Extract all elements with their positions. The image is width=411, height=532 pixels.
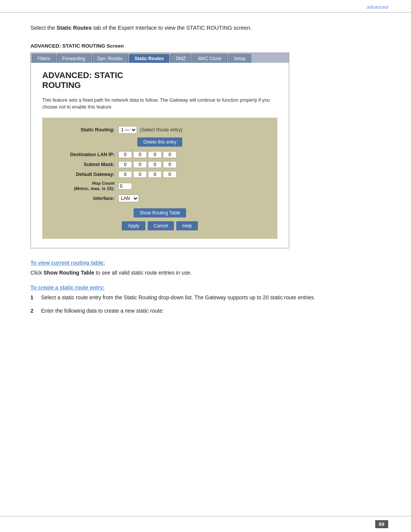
subnet-octet2[interactable] <box>133 161 147 168</box>
static-routing-row: Static Routing: 1 — (Select Route entry) <box>54 126 266 134</box>
tab-static-routes[interactable]: Static Routes <box>129 54 170 63</box>
dest-ip-octet4[interactable] <box>163 151 177 158</box>
tab-setup[interactable]: Setup <box>228 54 251 63</box>
list-text-1: Select a static route entry from the Sta… <box>41 294 315 302</box>
section1-para: Click Show Routing Table to see all vali… <box>30 269 381 277</box>
list-item-2: 2 Enter the following data to create a n… <box>30 307 381 315</box>
default-gateway-row: Default Gateway: <box>54 171 266 178</box>
route-select[interactable]: 1 — <box>118 126 137 134</box>
tab-dmz[interactable]: DMZ <box>170 54 191 63</box>
page-container: advanced Select the Static Routes tab of… <box>0 0 411 532</box>
help-button[interactable]: Help <box>176 221 198 230</box>
section1-after: to see all valid static route entries in… <box>94 270 192 276</box>
interface-row: interface: LAN WAN <box>54 195 266 202</box>
section1-before: Click <box>30 270 43 276</box>
select-route-hint: (Select Route entry) <box>140 127 182 133</box>
hop-count-input[interactable] <box>118 183 132 190</box>
tab-mac-clone[interactable]: MAC Clone <box>192 54 227 63</box>
show-routing-table-button[interactable]: Show Routing Table <box>134 208 186 217</box>
screen-title: ADVANCED: STATIC ROUTING <box>42 70 277 91</box>
show-routing-row: Show Routing Table <box>54 208 266 217</box>
list-text-2: Enter the following data to create a new… <box>41 307 164 315</box>
default-gateway-inputs <box>118 171 178 178</box>
subnet-octet1[interactable] <box>118 161 132 168</box>
cancel-button[interactable]: Cancel <box>148 221 174 230</box>
list-item-1: 1 Select a static route entry from the S… <box>30 294 381 302</box>
title-line1: ADVANCED: STATIC <box>42 70 123 80</box>
advanced-label: advanced <box>367 4 388 10</box>
intro-paragraph: Select the Static Routes tab of the Expe… <box>30 24 381 32</box>
bottom-bar: 69 <box>0 516 411 532</box>
delete-entry-button[interactable]: Delete this entry <box>137 137 183 147</box>
interface-select[interactable]: LAN WAN <box>118 195 139 202</box>
screen-description: This feature sets a fixed path for netwo… <box>42 97 277 111</box>
section2-heading[interactable]: To create a static route entry: <box>30 284 381 291</box>
gateway-octet1[interactable] <box>118 171 132 178</box>
tab-forwarding[interactable]: Forwarding <box>57 54 91 63</box>
subnet-octet3[interactable] <box>148 161 162 168</box>
gateway-octet3[interactable] <box>148 171 162 178</box>
dest-lan-ip-label: Destination LAN IP: <box>54 152 115 157</box>
list-num-2: 2 <box>30 307 37 315</box>
dest-ip-octet1[interactable] <box>118 151 132 158</box>
intro-bold: Static Routes <box>57 25 92 31</box>
tab-filters[interactable]: Filters <box>32 54 56 63</box>
dest-ip-octet2[interactable] <box>133 151 147 158</box>
intro-after: tab of the Expert Interface to view the … <box>92 25 252 31</box>
title-line2: ROUTING <box>42 80 81 90</box>
intro-before: Select the <box>30 25 57 31</box>
static-routing-label: Static Routing: <box>54 127 115 133</box>
apply-button[interactable]: Apply <box>122 221 145 230</box>
subnet-mask-label: Subnet Mask: <box>54 162 115 167</box>
dest-ip-octet3[interactable] <box>148 151 162 158</box>
interface-label: interface: <box>54 196 115 201</box>
apply-row: Apply Cancel Help <box>54 221 266 230</box>
gateway-octet2[interactable] <box>133 171 147 178</box>
page-number: 69 <box>375 520 388 528</box>
subnet-octet4[interactable] <box>163 161 177 168</box>
screen-label: ADVANCED: STATIC ROUTING Screen <box>30 43 381 49</box>
list-num-1: 1 <box>30 294 37 302</box>
section1-heading[interactable]: To view current routing table: <box>30 260 381 266</box>
default-gateway-label: Default Gateway: <box>54 172 115 177</box>
delete-btn-row: Delete this entry <box>54 137 266 147</box>
subnet-mask-inputs <box>118 161 178 168</box>
main-content: Select the Static Routes tab of the Expe… <box>0 13 411 332</box>
subnet-mask-row: Subnet Mask: <box>54 161 266 168</box>
tab-bar: Filters Forwarding Dyn. Routes Static Ro… <box>31 53 289 63</box>
dest-lan-ip-inputs <box>118 151 178 158</box>
form-area: Static Routing: 1 — (Select Route entry)… <box>42 118 277 239</box>
router-screen: Filters Forwarding Dyn. Routes Static Ro… <box>30 53 289 248</box>
tab-dyn-routes[interactable]: Dyn. Routes <box>92 54 128 63</box>
screen-inner: ADVANCED: STATIC ROUTING This feature se… <box>31 63 289 248</box>
gateway-octet4[interactable] <box>163 171 177 178</box>
hop-count-label: Hop Count (Metric, max. is 15): <box>54 181 115 192</box>
top-bar: advanced <box>0 0 411 13</box>
hop-count-row: Hop Count (Metric, max. is 15): <box>54 181 266 192</box>
section1-bold: Show Routing Table <box>43 270 94 276</box>
dest-lan-ip-row: Destination LAN IP: <box>54 151 266 158</box>
